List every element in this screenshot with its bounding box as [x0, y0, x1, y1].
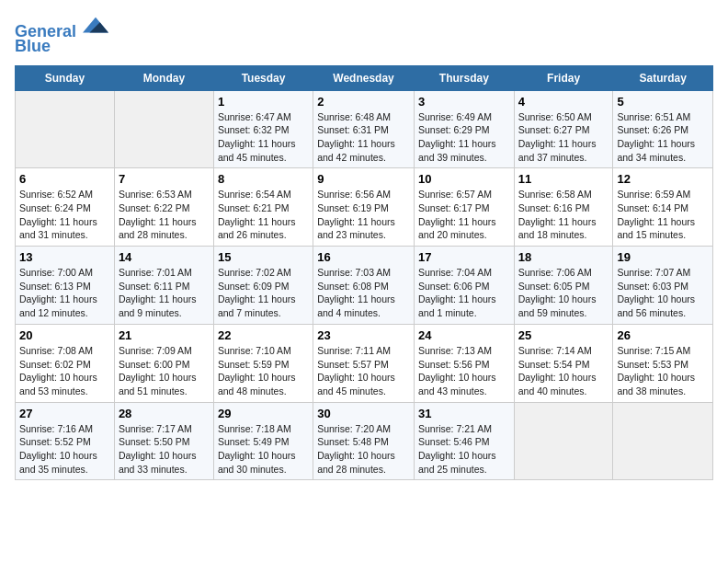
day-info: Sunrise: 6:58 AM Sunset: 6:16 PM Dayligh…	[518, 188, 609, 242]
day-number: 30	[317, 407, 410, 420]
day-info: Sunrise: 7:08 AM Sunset: 6:02 PM Dayligh…	[19, 344, 110, 398]
day-info: Sunrise: 6:57 AM Sunset: 6:17 PM Dayligh…	[418, 188, 510, 242]
day-number: 7	[119, 172, 210, 186]
day-number: 20	[19, 328, 110, 342]
day-info: Sunrise: 6:56 AM Sunset: 6:19 PM Dayligh…	[317, 188, 410, 242]
calendar-cell: 6Sunrise: 6:52 AM Sunset: 6:24 PM Daylig…	[16, 168, 115, 247]
calendar-cell: 29Sunrise: 7:18 AM Sunset: 5:49 PM Dayli…	[213, 402, 313, 480]
day-number: 16	[317, 250, 410, 264]
weekday-header-thursday: Thursday	[414, 65, 514, 90]
calendar-cell: 30Sunrise: 7:20 AM Sunset: 5:48 PM Dayli…	[313, 402, 415, 480]
calendar-cell: 18Sunrise: 7:06 AM Sunset: 6:05 PM Dayli…	[514, 247, 613, 325]
day-number: 19	[617, 250, 709, 264]
day-info: Sunrise: 7:21 AM Sunset: 5:46 PM Dayligh…	[418, 422, 510, 477]
day-number: 24	[418, 328, 510, 342]
day-number: 15	[218, 250, 309, 264]
day-number: 10	[418, 172, 510, 186]
calendar-cell	[514, 402, 613, 480]
day-info: Sunrise: 6:51 AM Sunset: 6:26 PM Dayligh…	[617, 110, 709, 165]
day-number: 18	[518, 250, 609, 264]
logo: General Blue	[15, 15, 112, 56]
day-number: 14	[119, 250, 210, 264]
weekday-header-sunday: Sunday	[16, 65, 115, 90]
day-info: Sunrise: 7:02 AM Sunset: 6:09 PM Dayligh…	[218, 266, 309, 320]
calendar-cell: 4Sunrise: 6:50 AM Sunset: 6:27 PM Daylig…	[514, 90, 613, 168]
day-info: Sunrise: 6:47 AM Sunset: 6:32 PM Dayligh…	[218, 110, 309, 165]
calendar-cell: 8Sunrise: 6:54 AM Sunset: 6:21 PM Daylig…	[213, 168, 313, 247]
calendar-cell: 13Sunrise: 7:00 AM Sunset: 6:13 PM Dayli…	[16, 247, 115, 325]
day-info: Sunrise: 6:53 AM Sunset: 6:22 PM Dayligh…	[119, 188, 210, 242]
day-number: 6	[19, 172, 110, 186]
calendar-cell: 5Sunrise: 6:51 AM Sunset: 6:26 PM Daylig…	[613, 90, 713, 168]
calendar-cell: 9Sunrise: 6:56 AM Sunset: 6:19 PM Daylig…	[313, 168, 415, 247]
calendar-cell: 27Sunrise: 7:16 AM Sunset: 5:52 PM Dayli…	[16, 402, 115, 480]
day-info: Sunrise: 6:50 AM Sunset: 6:27 PM Dayligh…	[518, 110, 609, 165]
day-info: Sunrise: 7:18 AM Sunset: 5:49 PM Dayligh…	[218, 422, 309, 477]
weekday-header-wednesday: Wednesday	[313, 65, 415, 90]
calendar-cell: 19Sunrise: 7:07 AM Sunset: 6:03 PM Dayli…	[613, 247, 713, 325]
calendar-cell: 10Sunrise: 6:57 AM Sunset: 6:17 PM Dayli…	[414, 168, 514, 247]
day-info: Sunrise: 7:04 AM Sunset: 6:06 PM Dayligh…	[418, 266, 510, 320]
day-info: Sunrise: 7:11 AM Sunset: 5:57 PM Dayligh…	[317, 344, 410, 398]
day-info: Sunrise: 7:03 AM Sunset: 6:08 PM Dayligh…	[317, 266, 410, 320]
calendar-cell: 11Sunrise: 6:58 AM Sunset: 6:16 PM Dayli…	[514, 168, 613, 247]
day-number: 9	[317, 172, 410, 186]
day-info: Sunrise: 6:52 AM Sunset: 6:24 PM Dayligh…	[19, 188, 110, 242]
day-number: 26	[617, 328, 709, 342]
weekday-header-tuesday: Tuesday	[213, 65, 313, 90]
day-info: Sunrise: 7:15 AM Sunset: 5:53 PM Dayligh…	[617, 344, 709, 398]
day-info: Sunrise: 7:13 AM Sunset: 5:56 PM Dayligh…	[418, 344, 510, 398]
day-number: 1	[218, 95, 309, 109]
day-info: Sunrise: 7:17 AM Sunset: 5:50 PM Dayligh…	[119, 422, 210, 477]
calendar-cell: 15Sunrise: 7:02 AM Sunset: 6:09 PM Dayli…	[213, 247, 313, 325]
calendar-cell: 17Sunrise: 7:04 AM Sunset: 6:06 PM Dayli…	[414, 247, 514, 325]
calendar-cell: 28Sunrise: 7:17 AM Sunset: 5:50 PM Dayli…	[114, 402, 213, 480]
day-number: 12	[617, 172, 709, 186]
calendar-cell	[16, 90, 115, 168]
calendar-cell: 16Sunrise: 7:03 AM Sunset: 6:08 PM Dayli…	[313, 247, 415, 325]
calendar-cell: 31Sunrise: 7:21 AM Sunset: 5:46 PM Dayli…	[414, 402, 514, 480]
day-info: Sunrise: 6:59 AM Sunset: 6:14 PM Dayligh…	[617, 188, 709, 242]
calendar-cell: 22Sunrise: 7:10 AM Sunset: 5:59 PM Dayli…	[213, 324, 313, 402]
day-number: 13	[19, 250, 110, 264]
day-info: Sunrise: 6:49 AM Sunset: 6:29 PM Dayligh…	[418, 110, 510, 165]
day-number: 29	[218, 407, 309, 420]
day-number: 2	[317, 95, 410, 109]
day-info: Sunrise: 7:01 AM Sunset: 6:11 PM Dayligh…	[119, 266, 210, 320]
day-number: 5	[617, 95, 709, 109]
day-info: Sunrise: 7:00 AM Sunset: 6:13 PM Dayligh…	[19, 266, 110, 320]
calendar-cell: 2Sunrise: 6:48 AM Sunset: 6:31 PM Daylig…	[313, 90, 415, 168]
day-info: Sunrise: 7:14 AM Sunset: 5:54 PM Dayligh…	[518, 344, 609, 398]
day-number: 23	[317, 328, 410, 342]
day-number: 3	[418, 95, 510, 109]
day-number: 4	[518, 95, 609, 109]
calendar-cell: 25Sunrise: 7:14 AM Sunset: 5:54 PM Dayli…	[514, 324, 613, 402]
day-info: Sunrise: 7:10 AM Sunset: 5:59 PM Dayligh…	[218, 344, 309, 398]
day-number: 25	[518, 328, 609, 342]
calendar-cell: 3Sunrise: 6:49 AM Sunset: 6:29 PM Daylig…	[414, 90, 514, 168]
day-number: 27	[19, 407, 110, 420]
day-info: Sunrise: 7:16 AM Sunset: 5:52 PM Dayligh…	[19, 422, 110, 477]
day-number: 11	[518, 172, 609, 186]
calendar-cell	[613, 402, 713, 480]
weekday-header-monday: Monday	[114, 65, 213, 90]
calendar-cell: 7Sunrise: 6:53 AM Sunset: 6:22 PM Daylig…	[114, 168, 213, 247]
day-info: Sunrise: 7:20 AM Sunset: 5:48 PM Dayligh…	[317, 422, 410, 477]
day-info: Sunrise: 6:48 AM Sunset: 6:31 PM Dayligh…	[317, 110, 410, 165]
day-number: 28	[119, 407, 210, 420]
calendar-cell: 23Sunrise: 7:11 AM Sunset: 5:57 PM Dayli…	[313, 324, 415, 402]
weekday-header-friday: Friday	[514, 65, 613, 90]
day-number: 22	[218, 328, 309, 342]
day-info: Sunrise: 7:06 AM Sunset: 6:05 PM Dayligh…	[518, 266, 609, 320]
day-info: Sunrise: 7:09 AM Sunset: 6:00 PM Dayligh…	[119, 344, 210, 398]
day-info: Sunrise: 6:54 AM Sunset: 6:21 PM Dayligh…	[218, 188, 309, 242]
calendar-cell: 26Sunrise: 7:15 AM Sunset: 5:53 PM Dayli…	[613, 324, 713, 402]
page-header: General Blue	[15, 15, 713, 56]
calendar-cell: 20Sunrise: 7:08 AM Sunset: 6:02 PM Dayli…	[16, 324, 115, 402]
calendar-cell: 14Sunrise: 7:01 AM Sunset: 6:11 PM Dayli…	[114, 247, 213, 325]
calendar-cell: 12Sunrise: 6:59 AM Sunset: 6:14 PM Dayli…	[613, 168, 713, 247]
calendar-cell	[114, 90, 213, 168]
day-number: 21	[119, 328, 210, 342]
calendar-cell: 1Sunrise: 6:47 AM Sunset: 6:32 PM Daylig…	[213, 90, 313, 168]
day-number: 8	[218, 172, 309, 186]
